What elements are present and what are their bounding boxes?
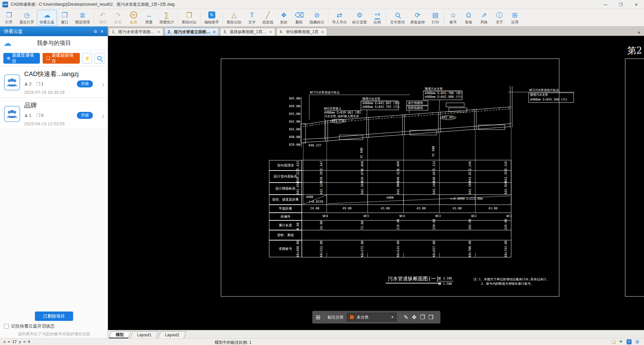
hide-annotations-button[interactable]: ⊘ 隐藏标注 [307, 10, 327, 26]
tab-layout1[interactable]: Layout1 [130, 331, 159, 338]
elevation-label: 829.00 [287, 143, 300, 146]
tab-model[interactable]: 模型 [109, 331, 131, 338]
scale-button[interactable]: A:B 比例 [370, 10, 385, 26]
close-button[interactable]: ✕ [629, 0, 644, 9]
annotation-wa2: WA2支管接入 d400mm E=839.661 (雨) 污水支管,临时接入雨水… [324, 107, 362, 118]
sync-button[interactable]: ⚡ [83, 53, 92, 64]
print-button[interactable]: ▤ 打印 [428, 10, 443, 26]
edit-annotation-icon[interactable]: ✎ [404, 314, 408, 321]
project-card[interactable]: 品牌 ♟1 ❒0 升级 2025-04-23 12:03:55 › [0, 98, 108, 129]
flag-icon[interactable]: ⚑ [619, 339, 623, 344]
depth-value: 2.423 [296, 161, 300, 170]
apps-button[interactable]: ⊞ 应用 [507, 10, 523, 26]
upgrade-badge[interactable]: 升级 [77, 80, 93, 87]
cumulative-length: 73.00 [361, 221, 364, 230]
file-count: 1 [41, 81, 44, 86]
section-header: ☁ 我参与的项目 [0, 36, 108, 50]
note-icon[interactable]: ❏ [611, 339, 615, 344]
tab-close-icon[interactable]: ✕ [321, 30, 324, 34]
close-panel-icon[interactable]: ✕ [100, 29, 104, 34]
remember-checkbox[interactable] [4, 324, 9, 329]
road-level-value: 843.240 [432, 182, 436, 194]
measure-stats-button[interactable]: ∑ 测量统计 [157, 10, 177, 26]
well-id: WC4 [399, 214, 405, 218]
about-button[interactable]: ⓘ 关于 [492, 10, 507, 26]
grid-badge-icon[interactable]: ⊞ [635, 339, 639, 344]
category-dropdown[interactable]: 未分类 ▼ [347, 313, 396, 322]
edit-assistant-button[interactable]: ✎ 编辑助手 [202, 10, 222, 26]
horizontal-scale: 横 1:500 [437, 281, 453, 286]
tab-layout2[interactable]: Layout2 [158, 331, 186, 338]
project-card[interactable]: CAD快速看...iangzj ♟2 ❒1 升级 2025-07-24 16:3… [0, 66, 108, 98]
minimize-button[interactable]: — [598, 0, 613, 9]
style-icon: ⇗ [481, 11, 487, 19]
vip-icon: VIP [130, 11, 137, 19]
pdf-badge-icon[interactable]: P [627, 339, 632, 344]
move-annotation-icon[interactable]: ✥ [412, 314, 417, 321]
chevron-down-icon: ▼ [391, 316, 394, 319]
deleted-projects-button[interactable]: 已删除项目 [35, 312, 73, 321]
doc-tab-4[interactable]: 4、管位横断面图_1页 ✕ [276, 28, 327, 36]
doc-tab-3[interactable]: 3、道路纵断面图_1页… ✕ [220, 28, 275, 36]
panel-title: 快看云盘 [4, 28, 23, 34]
tab-close-icon[interactable]: ✕ [269, 30, 272, 34]
stake-number: K0+522.00 [320, 240, 323, 257]
section-title: 我参与的项目 [11, 39, 96, 47]
float-panel-icon[interactable]: ⧉ [94, 29, 97, 34]
annotation-settings-button[interactable]: ⚙ 标注设置 [350, 10, 370, 26]
remember-label: 记住快看云盘开启状态 [11, 323, 55, 329]
members-icon: ♟ [24, 113, 28, 118]
chevron-right-icon[interactable]: › [102, 112, 104, 121]
tab-overflow-icon[interactable]: ▼ [637, 31, 643, 36]
account-button[interactable]: ☺ 账号 [445, 10, 461, 26]
toolbar-separator [178, 11, 178, 24]
member-count: 2 [29, 81, 32, 86]
existing-ground-label: 现状地面线 [408, 106, 423, 110]
depth-value: 1.808 [396, 161, 400, 170]
shape-recognition-button[interactable]: △ 图形识别 [224, 10, 244, 26]
style-button[interactable]: ⇗ 风格 [476, 10, 492, 26]
maximize-button[interactable]: ❐ [613, 0, 629, 9]
panel-hint: 该列表列出了与您的账号关联的项目信息 [0, 331, 108, 337]
drawing-scales: 竖 1:100 横 1:500 [437, 276, 453, 286]
new-project-button[interactable]: ⊕ 新建普通项目 [3, 53, 40, 64]
pipe-slope: i=0.0080 L=221.00m [450, 197, 483, 201]
doc-tab-2-active[interactable]: 2、雨污水管道立面图… ✕ [164, 28, 219, 36]
layer-manager-button[interactable]: ≣ 图层管理 [72, 10, 93, 26]
distance-value: 43.00 [381, 207, 390, 210]
window-button[interactable]: ❒ 窗口 [57, 10, 72, 26]
eraser-icon: ⌫ [294, 11, 304, 19]
doc-tab-1[interactable]: 1、雨污水管道平面图… ✕ [109, 28, 163, 36]
gear-icon: ⚙ [357, 11, 363, 19]
open-button[interactable]: ❐ 打开 [1, 10, 17, 26]
delete-button[interactable]: ⌫ 删除 [291, 10, 307, 26]
search-project-button[interactable] [95, 53, 104, 64]
project-name: 品牌 [24, 101, 104, 110]
category-grid-icon[interactable]: ⊞ [316, 314, 320, 321]
vip-member-button[interactable]: VIP 会员 [126, 10, 141, 26]
draw-line-button[interactable]: ╱ 画直线 [260, 10, 276, 26]
cumulative-length: 0.00 [296, 222, 300, 230]
chevron-right-icon[interactable]: › [102, 80, 104, 89]
recent-button[interactable]: ◷ 最近打开 [17, 10, 37, 26]
drawing-compare-button[interactable]: ❐ 图纸对比 [179, 10, 199, 26]
support-button[interactable]: Ω 客服 [461, 10, 476, 26]
upgrade-badge[interactable]: 升级 [77, 112, 93, 119]
cad-canvas[interactable]: 第2 845.00 844.00 843.00 842.00 841.00 84… [108, 36, 644, 330]
tab-close-icon[interactable]: ✕ [157, 30, 160, 34]
measure-button[interactable]: ↔ 测量 [141, 10, 157, 26]
copy-annotation-icon[interactable]: ❐ [420, 314, 425, 321]
find-text-button[interactable]: 文字查找 [387, 10, 408, 26]
rotate-screen-button[interactable]: ⟳ 屏幕旋转 [408, 10, 428, 26]
import-export-button[interactable]: ⇄ 导入导出 [329, 10, 350, 26]
sheet-number: 第2 [627, 45, 642, 57]
cloud-drive-button[interactable]: ☁ 快看云盘 [37, 10, 57, 26]
text-button[interactable]: T 文字 [244, 10, 260, 26]
elevation-label: 844.00 [287, 105, 300, 108]
redo-button: ↷ 恢复 [110, 10, 126, 26]
shapes-button[interactable]: ❖ 形状 [276, 10, 291, 26]
tab-close-icon[interactable]: ✕ [213, 30, 216, 34]
paste-annotation-icon[interactable]: ❒ [428, 314, 433, 321]
ground-line-label: 设计地面线 [408, 101, 423, 105]
new-super-project-button[interactable]: ❑ 新建超级项目 [43, 53, 79, 64]
